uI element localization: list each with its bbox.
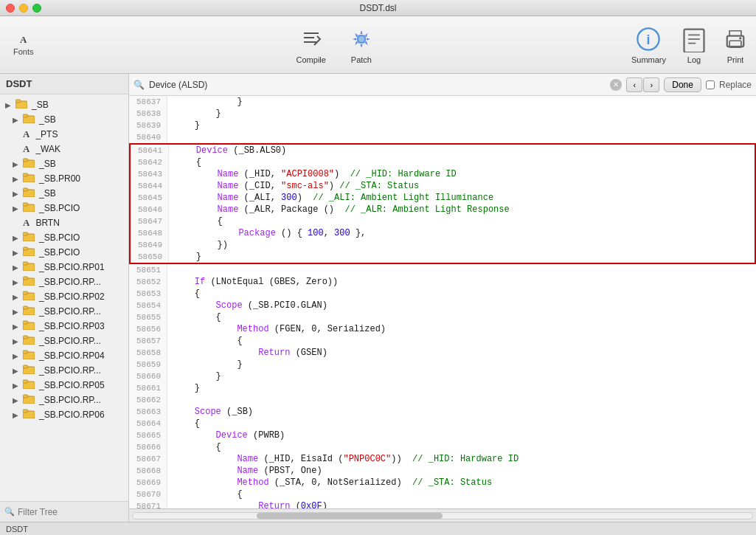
sidebar-item[interactable]: ▶_SB.PCIO.RP02	[0, 289, 128, 304]
sidebar-item[interactable]: ▶_SB.PCIO.RP06	[0, 407, 128, 422]
sidebar-item[interactable]: ▶_SB.PCIO.RP03	[0, 319, 128, 334]
line-number: 58665	[129, 429, 167, 441]
folder-icon	[23, 158, 35, 170]
tree-item-label: _SB.PCIO.RP...	[39, 336, 101, 346]
line-number: 58655	[129, 311, 167, 323]
fonts-icon: A	[20, 34, 27, 46]
status-label: DSDT	[6, 525, 28, 534]
line-content: Return (0x0F)	[167, 500, 327, 508]
tree-toggle: ▶	[10, 204, 21, 213]
replace-checkbox[interactable]	[706, 80, 715, 89]
sidebar-item[interactable]: ▶_SB.PCIO.RP...	[0, 304, 128, 319]
svg-point-13	[739, 37, 741, 39]
sidebar-header: DSDT	[0, 74, 128, 94]
line-content: }	[167, 108, 221, 120]
folder-icon	[23, 246, 35, 258]
sidebar-item[interactable]: ▶_SB.PCIO	[0, 245, 128, 260]
font-icon: A	[23, 217, 30, 229]
print-button[interactable]: Print	[722, 26, 749, 64]
line-number: 58661	[129, 382, 167, 394]
sidebar-item[interactable]: ▶_SB.PCIO.RP...	[0, 393, 128, 407]
line-number: 58651	[129, 264, 167, 276]
sidebar-item[interactable]: ▶_SB.PCIO.RP...	[0, 334, 128, 348]
code-line: 58648 Package () { 100, 300 },	[131, 227, 755, 239]
tree-item-label: _SB.PCIO.RP05	[39, 380, 105, 390]
code-line: 58653 {	[129, 288, 756, 300]
line-content: {	[167, 418, 200, 429]
sidebar-item[interactable]: ▶_SB.PCIO	[0, 230, 128, 245]
line-content: }	[167, 359, 243, 370]
code-line: 58668 Name (PBST, One)	[129, 465, 756, 477]
close-button[interactable]	[6, 4, 15, 13]
svg-rect-39	[23, 321, 28, 324]
line-content: {	[167, 311, 221, 323]
folder-icon	[23, 365, 35, 376]
code-line: 58659 }	[129, 359, 756, 370]
line-number: 58647	[131, 215, 169, 227]
sidebar-item[interactable]: ▶_SB	[0, 156, 128, 171]
patch-icon	[348, 26, 375, 52]
sidebar-item[interactable]: ▶_SB.PCIO	[0, 201, 128, 215]
svg-rect-49	[23, 395, 28, 398]
code-line: 58652 If (LNotEqual (GBES, Zero))	[129, 276, 756, 288]
compile-label: Compile	[296, 55, 326, 64]
sidebar-item[interactable]: ▶_SB.PCIO.RP01	[0, 260, 128, 275]
search-nav: ‹ ›	[626, 77, 659, 92]
search-input[interactable]	[149, 80, 606, 90]
sidebar-item[interactable]: ▶_SB.PCIO.RP...	[0, 275, 128, 289]
code-line: 58643 Name (_HID, "ACPI0008") // _HID: H…	[131, 168, 755, 180]
line-content: Method (_STA, 0, NotSerialized) // _STA:…	[167, 477, 492, 489]
tree-toggle: ▶	[10, 278, 21, 286]
sidebar-item[interactable]: ▶_SB	[0, 112, 128, 127]
tree-toggle: ▶	[10, 337, 21, 345]
tree-item-label: _SB.PCIO.RP...	[39, 365, 101, 376]
svg-rect-15	[15, 100, 21, 103]
svg-rect-41	[23, 336, 28, 339]
search-next-button[interactable]: ›	[643, 77, 659, 92]
code-editor[interactable]: 58637 }58638 }58639 }5864058641 Device (…	[129, 96, 756, 508]
sidebar-item[interactable]: ▶_SB.PCIO.RP05	[0, 378, 128, 393]
search-done-button[interactable]: Done	[664, 77, 701, 92]
sidebar-item[interactable]: ▶_SB	[0, 97, 128, 112]
font-icon: A	[23, 143, 30, 155]
fonts-toolbar-item[interactable]: A Fonts	[7, 34, 40, 56]
scrollbar-thumb[interactable]	[257, 513, 443, 519]
folder-icon	[23, 173, 35, 184]
patch-button[interactable]: Patch	[348, 26, 375, 64]
line-number: 58646	[131, 204, 169, 215]
sidebar-item[interactable]: ▶_SB.PCIO.RP04	[0, 348, 128, 363]
search-clear-button[interactable]: ✕	[610, 79, 622, 91]
sidebar-root-label: DSDT	[6, 78, 32, 89]
code-line: 58665 Device (PWRB)	[129, 429, 756, 441]
compile-button[interactable]: Compile	[296, 26, 326, 64]
svg-rect-25	[23, 203, 28, 206]
sidebar-item[interactable]: ▶_SB.PR00	[0, 171, 128, 186]
toolbar: A Fonts Compile	[0, 16, 756, 74]
maximize-button[interactable]	[32, 4, 41, 13]
line-number: 58652	[129, 276, 167, 288]
summary-label: Summary	[631, 55, 666, 64]
filter-input[interactable]	[18, 507, 128, 517]
code-line: 58667 Name (_HID, EisaId ("PNP0C0C")) //…	[129, 453, 756, 465]
sidebar-item[interactable]: A_PTS	[0, 127, 128, 142]
svg-rect-35	[23, 291, 28, 294]
line-number: 58650	[131, 251, 169, 263]
tree-toggle: ▶	[10, 411, 21, 419]
tree-toggle: ▶	[10, 249, 21, 257]
sidebar-item[interactable]: ▶_SB	[0, 186, 128, 201]
summary-button[interactable]: i Summary	[631, 26, 666, 64]
line-content	[167, 264, 173, 276]
minimize-button[interactable]	[19, 4, 28, 13]
sidebar-item[interactable]: A_WAK	[0, 142, 128, 156]
code-line: 58651	[129, 264, 756, 276]
line-content: {	[167, 441, 221, 453]
search-prev-button[interactable]: ‹	[626, 77, 642, 92]
sidebar-item[interactable]: ABRTN	[0, 215, 128, 230]
log-button[interactable]: Log	[681, 26, 707, 64]
horizontal-scrollbar[interactable]	[132, 512, 753, 520]
font-icon: A	[23, 128, 30, 140]
sidebar-tree[interactable]: ▶_SB▶_SBA_PTSA_WAK▶_SB▶_SB.PR00▶_SB▶_SB.…	[0, 94, 128, 501]
code-line: 58641 Device (_SB.ALS0)	[131, 145, 755, 156]
sidebar-item[interactable]: ▶_SB.PCIO.RP...	[0, 363, 128, 378]
line-number: 58670	[129, 489, 167, 500]
